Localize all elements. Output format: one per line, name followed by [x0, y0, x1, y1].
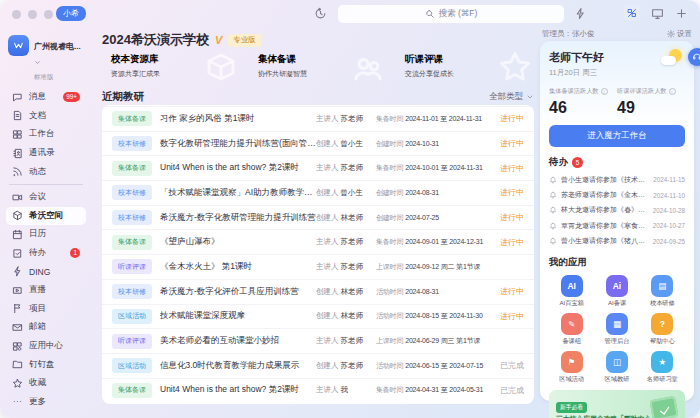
feature-card[interactable]: 听课评课 交流分享促成长: [396, 46, 536, 88]
table-row[interactable]: 校本研修 数字化教研管理能力提升训练营(面向管理员) 创建人曾小生 创建时间20…: [102, 131, 534, 156]
sidebar-item[interactable]: 应用中心: [6, 337, 86, 356]
sidebar-item[interactable]: 日历: [6, 225, 86, 244]
apps-header: 我的应用: [549, 256, 685, 269]
sidebar-item[interactable]: 邮箱: [6, 318, 86, 337]
feed-icon: [12, 166, 23, 177]
app-label: 管理后台: [594, 337, 639, 346]
row-title[interactable]: 信息化3.0时代教育教学能力成果展示: [160, 360, 316, 372]
table-row[interactable]: 听课评课 《金木水火土》 第1课时 主讲人苏老师 上课时间2024-09-12 …: [102, 254, 534, 279]
table-row[interactable]: 区域活动 信息化3.0时代教育教学能力成果展示 创建人苏老师 活动时间2024-…: [102, 353, 534, 378]
sidebar-item[interactable]: 希沃空间: [6, 207, 86, 226]
row-title[interactable]: 习作 家乡的风俗 第1课时: [160, 113, 316, 125]
table-row[interactable]: 集体备课 Unit4 When is the art show? 第2课时 主讲…: [102, 378, 534, 403]
row-time: 集备时间2024-09-01 至 2024-12-31: [376, 237, 494, 247]
row-title[interactable]: 《望庐山瀑布》: [160, 236, 316, 248]
row-title[interactable]: Unit4 When is the art show? 第2课时: [160, 162, 316, 174]
row-time: 活动时间2024-08-15 至 2024-11-30: [376, 311, 494, 321]
app-shortcut[interactable]: ▤ 校本研修: [640, 275, 685, 308]
quick-actions-icon[interactable]: [574, 7, 587, 20]
enter-workbench-button[interactable]: 进入魔方工作台: [549, 125, 685, 147]
sidebar-item[interactable]: 工作台: [6, 125, 86, 144]
row-title[interactable]: Unit4 When is the art show? 第2课时: [160, 384, 316, 396]
todo-item[interactable]: 苏老师邀请你参加《金木水火土… 2024-11-10: [549, 187, 685, 202]
row-title[interactable]: 希沃魔方-数字化教研管理能力提升训练营: [160, 212, 316, 224]
todo-item[interactable]: 覃霄龙邀请你参加《寒食》集体… 2024-10-27: [549, 218, 685, 233]
app-shortcut[interactable]: Ai AI备课: [594, 275, 639, 308]
maximize-window-button[interactable]: [44, 10, 53, 19]
todo-title: 待办: [549, 156, 568, 169]
row-title[interactable]: 技术赋能课堂深度观摩: [160, 310, 316, 322]
table-row[interactable]: 集体备课 Unit4 When is the art show? 第2课时 主讲…: [102, 155, 534, 180]
todo-list: 曾小生邀请你参加《技术赋能课… 2024-11-15 苏老师邀请你参加《金木水火…: [549, 172, 685, 249]
sidebar-item-label: 工作台: [29, 128, 55, 140]
table-row[interactable]: 校本研修 希沃魔方-数字化教研管理能力提升训练营 创建人林老师 创建时间2024…: [102, 205, 534, 230]
row-status: 进行中: [494, 311, 524, 322]
feature-card[interactable]: 集体备课 协作共研凝智慧: [249, 46, 389, 88]
app-shortcut[interactable]: ? 帮助中心: [640, 313, 685, 346]
app-shortcut[interactable]: AI AI百宝箱: [549, 275, 594, 308]
row-title[interactable]: 数字化教研管理能力提升训练营(面向管理员): [160, 138, 316, 150]
sidebar-item[interactable]: 直播: [6, 281, 86, 300]
row-type-tag: 校本研修: [112, 284, 152, 299]
banner-tag: 新手必看: [556, 402, 587, 413]
todo-item-text: 覃霄龙邀请你参加《寒食》集体…: [561, 221, 649, 231]
search-input[interactable]: 搜索 (⌘F): [338, 5, 564, 23]
table-row[interactable]: 集体备课 习作 家乡的风俗 第1课时 主讲人苏老师 集备时间2024-11-01…: [102, 106, 534, 131]
sidebar-item[interactable]: DING: [6, 262, 86, 281]
row-status: 进行中: [494, 113, 524, 124]
type-filter-dropdown[interactable]: 全部类型: [489, 91, 534, 103]
minimize-window-button[interactable]: [28, 10, 37, 19]
apps-icon: [12, 341, 23, 352]
app-shortcut[interactable]: ▦ 管理后台: [594, 313, 639, 346]
row-person: 创建人林老师: [316, 311, 376, 321]
row-status: 进行中: [494, 286, 524, 297]
meeting-icon: [12, 192, 23, 203]
table-row[interactable]: 校本研修 希沃魔方-数字化评价工具应用训练营 创建人林老师 活动时间2024-0…: [102, 279, 534, 304]
app-label: AI百宝箱: [549, 299, 594, 308]
row-title[interactable]: 希沃魔方-数字化评价工具应用训练营: [160, 286, 316, 298]
app-shortcut[interactable]: ★ 名师研习堂: [640, 351, 685, 384]
row-title[interactable]: 「技术赋能课堂观察」AI助力教师教学专业成长: [160, 187, 316, 199]
app-label: AI备课: [594, 299, 639, 308]
sidebar-item[interactable]: 收藏: [6, 374, 86, 393]
table-row[interactable]: 听课评课 美术老师必看的互动课堂小妙招 主讲人苏老师 上课时间2024-06-2…: [102, 328, 534, 353]
row-title[interactable]: 《金木水火土》 第1课时: [160, 261, 316, 273]
sidebar-item[interactable]: 钉钉盘: [6, 355, 86, 374]
todo-item[interactable]: 曾小生邀请你参加《技术赋能课… 2024-11-15: [549, 172, 685, 187]
sidebar-item[interactable]: 待办 1: [6, 244, 86, 263]
app-shortcut[interactable]: ◫ 区域教研: [594, 351, 639, 384]
sidebar-item[interactable]: 消息 99+: [6, 88, 86, 107]
sidebar-item[interactable]: 项目: [6, 300, 86, 319]
todo-item[interactable]: 曾小生邀请你参加《猪八戒》集… 2024-09-25: [549, 234, 685, 249]
row-title[interactable]: 美术老师必看的互动课堂小妙招: [160, 335, 316, 347]
table-row[interactable]: 集体备课 《望庐山瀑布》 主讲人苏老师 集备时间2024-09-01 至 202…: [102, 229, 534, 254]
table-row[interactable]: 校本研修 「技术赋能课堂观察」AI助力教师教学专业成长 创建人曾小生 创建时间2…: [102, 180, 534, 205]
org-switcher[interactable]: 广州视睿电... 标准版: [6, 33, 86, 88]
table-row[interactable]: 区域活动 技术赋能课堂深度观摩 创建人林老师 活动时间2024-08-15 至 …: [102, 304, 534, 329]
ai-shortcut-icon[interactable]: [624, 5, 640, 21]
add-icon[interactable]: [675, 7, 688, 20]
sidebar-item[interactable]: 文档: [6, 107, 86, 126]
close-window-button[interactable]: [12, 10, 21, 19]
sidebar-item[interactable]: 会议: [6, 188, 86, 207]
app-shortcut[interactable]: ⚑ 区域活动: [549, 351, 594, 384]
sidebar-item[interactable]: 更多: [6, 393, 86, 412]
screen-share-icon[interactable]: [651, 7, 664, 20]
people-decor-icon: [350, 49, 386, 85]
assistant-badge[interactable]: 小希: [56, 6, 86, 21]
favorite-icon: [12, 378, 23, 389]
feature-card[interactable]: 校本资源库 资源共享汇成果: [102, 46, 242, 88]
row-type-tag: 区域活动: [112, 309, 152, 324]
settings-button[interactable]: 设置: [667, 29, 692, 39]
sidebar-item-badge: 1: [70, 248, 80, 258]
info-icon[interactable]: i: [601, 88, 608, 95]
promo-banner[interactable]: 新手必看 三大核心应用全攻略「帮助中心」 立即查看 >: [549, 390, 685, 418]
info-icon[interactable]: i: [669, 88, 676, 95]
row-type-tag: 集体备课: [112, 111, 152, 126]
floating-service-button[interactable]: [688, 48, 700, 66]
sidebar-item[interactable]: 动态: [6, 162, 86, 181]
history-icon[interactable]: [314, 7, 327, 20]
sidebar-item[interactable]: 通讯录: [6, 144, 86, 163]
todo-item[interactable]: 林大龙邀请你参加《春》听课评课 2024-10-28: [549, 203, 685, 218]
app-shortcut[interactable]: ✎ 备课组: [549, 313, 594, 346]
